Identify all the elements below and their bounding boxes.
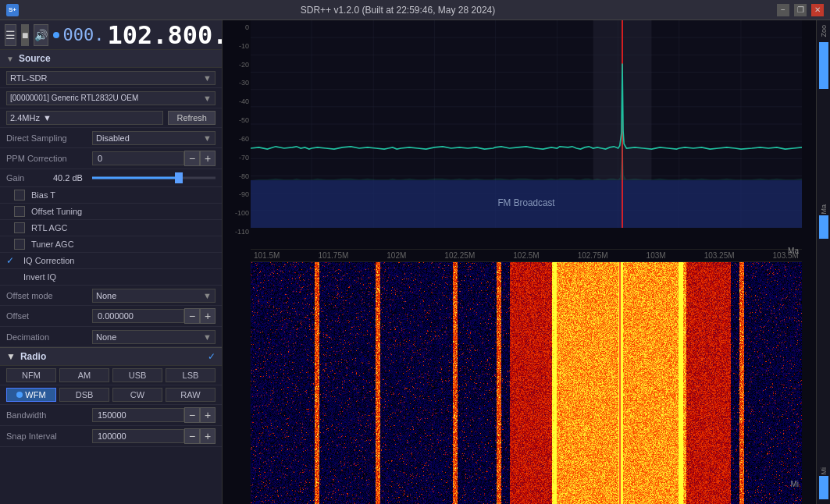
iq-correction-row[interactable]: ✓ IQ Correction (0, 253, 222, 269)
decimation-select[interactable]: None ▼ (92, 330, 216, 344)
offset-minus-button[interactable]: − (184, 308, 200, 324)
radio-header-left: ▼ Radio (6, 351, 46, 362)
snap-value[interactable]: 100000 (92, 429, 184, 443)
direct-sampling-value: Disabled (96, 133, 130, 143)
gain-slider[interactable] (92, 172, 216, 184)
zoom-scrollbar[interactable] (819, 42, 828, 89)
radio-section: ▼ Radio ✓ NFM AM USB LSB WFM DSB CW RAW (0, 347, 222, 447)
db-label-10: -10 (224, 42, 249, 50)
maximize-button[interactable]: ❐ (794, 4, 807, 16)
db-label-40: -40 (224, 98, 249, 105)
offset-tuning-row[interactable]: Offset Tuning (0, 204, 222, 220)
db-label-50: -50 (224, 116, 249, 124)
bandwidth-plus-button[interactable]: + (200, 407, 216, 423)
main-layout: ☰ ■ 🔊 000. 102.800.000 ⇄ 010203040506070… (0, 20, 830, 504)
nfm-button[interactable]: NFM (6, 368, 56, 382)
db-label-20: -20 (224, 61, 249, 69)
spectrum-area[interactable]: 0 -10 -20 -30 -40 -50 -60 -70 -80 -90 -1… (223, 20, 816, 262)
offset-mode-label: Offset mode (6, 291, 92, 300)
snap-minus-button[interactable]: − (184, 428, 200, 444)
cw-button[interactable]: CW (112, 388, 162, 402)
close-button[interactable]: ✕ (811, 4, 824, 16)
device-id-select[interactable]: [00000001] Generic RTL2832U OEM ▼ (6, 91, 216, 105)
main-toolbar: ☰ ■ 🔊 000. 102.800.000 ⇄ 010203040506070… (0, 20, 222, 50)
stop-button[interactable]: ■ (21, 24, 29, 46)
mode-row-1: NFM AM USB LSB (0, 366, 222, 385)
bandwidth-minus-button[interactable]: − (184, 407, 200, 423)
max-scrollbar[interactable] (819, 215, 828, 239)
am-button[interactable]: AM (59, 368, 109, 382)
ppm-row: PPM Correction 0 − + (0, 148, 222, 169)
offset-mode-select[interactable]: None ▼ (92, 289, 216, 303)
offset-plus-button[interactable]: + (200, 308, 216, 324)
direct-sampling-select[interactable]: Disabled ▼ (92, 131, 216, 145)
ppm-label: PPM Correction (6, 154, 92, 163)
decimation-label: Decimation (6, 332, 92, 342)
refresh-button[interactable]: Refresh (168, 111, 216, 125)
iq-correction-label: IQ Correction (23, 256, 74, 265)
minimize-button[interactable]: − (777, 4, 789, 16)
source-section-header[interactable]: ▼ Source (0, 50, 222, 68)
device-id-arrow: ▼ (203, 94, 212, 103)
rtl-agc-row[interactable]: RTL AGC (0, 220, 222, 236)
direct-sampling-row: Direct Sampling Disabled ▼ (0, 128, 222, 148)
sample-rate-select[interactable]: 2.4MHz ▼ (6, 111, 163, 125)
radio-section-header[interactable]: ▼ Radio ✓ (0, 348, 222, 366)
bandwidth-value[interactable]: 150000 (92, 408, 184, 422)
ppm-value[interactable]: 0 (92, 151, 184, 165)
lsb-button[interactable]: LSB (166, 368, 216, 382)
title-text: SDR++ v1.2.0 (Built at 22:59:46, May 28 … (19, 5, 777, 16)
frequency-display: 000. 102.800.000 (53, 20, 223, 50)
zoom-side-text: Zoo (820, 25, 828, 37)
freq-small: 000. (62, 25, 104, 44)
snap-row: Snap Interval 100000 − + (0, 426, 222, 447)
min-side-text: Mi (820, 467, 828, 475)
dsb-button[interactable]: DSB (59, 388, 109, 402)
invert-iq-label: Invert IQ (23, 272, 56, 282)
tuner-agc-checkbox[interactable] (14, 239, 25, 250)
invert-iq-row[interactable]: ✓ Invert IQ (0, 269, 222, 286)
direct-sampling-label: Direct Sampling (6, 133, 92, 143)
offset-tuning-label: Offset Tuning (31, 207, 82, 216)
bias-t-label: Bias T (31, 190, 55, 200)
ppm-minus-button[interactable]: − (184, 151, 200, 166)
freq-axis: 101.5M 101.75M 102M 102.25M 102.5M 102.7… (251, 249, 802, 262)
snap-label: Snap Interval (6, 431, 92, 441)
bias-t-row[interactable]: Bias T (0, 187, 222, 204)
min-scrollbar[interactable] (819, 476, 828, 499)
rtl-agc-checkbox[interactable] (14, 222, 25, 233)
wfm-button[interactable]: WFM (6, 388, 56, 402)
min-side-label: Mi (790, 480, 799, 488)
direct-sampling-arrow: ▼ (203, 133, 212, 143)
offset-value[interactable]: 0.000000 (92, 309, 184, 323)
device-type-value: RTL-SDR (10, 73, 47, 83)
audio-button[interactable]: 🔊 (34, 24, 48, 46)
radio-section-title: Radio (20, 351, 46, 362)
app-icon: S+ (6, 4, 19, 16)
db-label-60: -60 (224, 135, 249, 143)
decimation-row: Decimation None ▼ (0, 327, 222, 347)
ppm-plus-button[interactable]: + (200, 151, 216, 166)
bias-t-checkbox[interactable] (14, 190, 25, 201)
device-type-select[interactable]: RTL-SDR ▼ (6, 71, 216, 85)
usb-button[interactable]: USB (112, 368, 162, 382)
snap-plus-button[interactable]: + (200, 428, 216, 444)
spectrum-svg[interactable]: FM Broadcast (251, 20, 802, 228)
waterfall-area[interactable] (251, 262, 802, 504)
db-label-30: -30 (224, 79, 249, 87)
db-label-110: -110 (224, 228, 249, 236)
gain-track (92, 177, 216, 179)
freq-large[interactable]: 102.800.000 (107, 20, 223, 50)
menu-button[interactable]: ☰ (5, 24, 16, 46)
right-sidebar: Zoo Ma Mi (816, 20, 830, 504)
freq-102-5: 102.5M (513, 251, 539, 260)
radio-check-icon: ✓ (208, 351, 216, 362)
offset-tuning-checkbox[interactable] (14, 206, 25, 217)
tuner-agc-label: Tuner AGC (31, 240, 74, 249)
tuner-agc-row[interactable]: Tuner AGC (0, 236, 222, 253)
window-controls: − ❐ ✕ (777, 4, 824, 16)
gain-thumb[interactable] (175, 172, 183, 183)
sample-rate-row: 2.4MHz ▼ Refresh (0, 108, 222, 128)
device-type-row: RTL-SDR ▼ (0, 68, 222, 88)
raw-button[interactable]: RAW (166, 388, 216, 402)
